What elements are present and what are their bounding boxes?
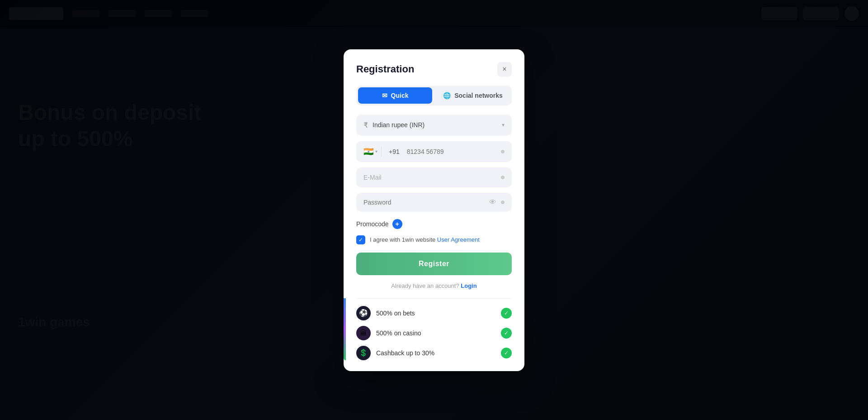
country-selector[interactable]: 🇮🇳 ▾: [363, 147, 382, 157]
email-input[interactable]: [363, 174, 496, 181]
benefits-bar: [344, 298, 346, 360]
agreement-label: I agree with 1win website User Agreement: [370, 236, 480, 243]
password-field: 👁: [356, 193, 512, 212]
modal-title: Registration: [356, 63, 414, 75]
phone-field: 🇮🇳 ▾ +91: [356, 141, 512, 162]
benefit-casino-text: 500% on casino: [376, 329, 495, 337]
phone-code: +91: [385, 148, 403, 155]
bets-icon-wrap: ⚽: [356, 306, 371, 320]
checkmark-icon-casino: ✓: [504, 330, 509, 336]
user-agreement-link[interactable]: User Agreement: [437, 236, 480, 243]
benefit-casino-check: ✓: [501, 328, 512, 339]
agreement-row: ✓ I agree with 1win website User Agreeme…: [356, 235, 512, 244]
cashback-icon: 💲: [359, 348, 368, 357]
social-icon: 🌐: [443, 92, 451, 99]
eye-icon[interactable]: 👁: [489, 198, 496, 206]
benefit-bets: ⚽ 500% on bets ✓: [356, 306, 512, 320]
checkmark-icon-cashback: ✓: [504, 350, 509, 356]
benefits-list: ⚽ 500% on bets ✓ 🏛 500% on casino ✓: [356, 298, 512, 360]
close-button[interactable]: ×: [497, 62, 512, 76]
tab-social[interactable]: 🌐 Social networks: [436, 87, 510, 104]
checkmark-icon-bets: ✓: [504, 310, 509, 316]
tab-social-label: Social networks: [454, 92, 503, 99]
benefits-section: ⚽ 500% on bets ✓ 🏛 500% on casino ✓: [356, 298, 512, 360]
email-field: [356, 167, 512, 187]
tab-quick-label: Quick: [391, 92, 409, 99]
currency-dropdown[interactable]: ₹ Indian rupee (INR) ▾: [356, 115, 512, 136]
register-button[interactable]: Register: [356, 253, 512, 275]
currency-label: Indian rupee (INR): [373, 121, 497, 129]
casino-icon-wrap: 🏛: [356, 326, 371, 340]
benefit-casino: 🏛 500% on casino ✓: [356, 326, 512, 340]
benefit-cashback: 💲 Cashback up to 30% ✓: [356, 346, 512, 360]
password-required-dot: [501, 200, 505, 204]
password-input[interactable]: [363, 199, 485, 206]
login-link[interactable]: Login: [461, 282, 476, 289]
rupee-icon: ₹: [363, 121, 368, 129]
chevron-down-icon: ▾: [502, 122, 505, 128]
agreement-checkbox[interactable]: ✓: [356, 235, 365, 244]
login-row: Already have an account? Login: [356, 282, 512, 289]
benefit-bets-text: 500% on bets: [376, 310, 495, 317]
add-promocode-button[interactable]: +: [392, 219, 402, 229]
cashback-icon-wrap: 💲: [356, 346, 371, 360]
benefit-cashback-text: Cashback up to 30%: [376, 349, 495, 357]
phone-required-dot: [501, 150, 505, 153]
india-flag-icon: 🇮🇳: [363, 147, 373, 157]
flag-chevron-icon: ▾: [375, 149, 377, 154]
tab-quick[interactable]: ✉ Quick: [358, 87, 432, 104]
soccer-ball-icon: ⚽: [359, 309, 368, 317]
benefit-cashback-check: ✓: [501, 348, 512, 358]
modal-backdrop: Registration × ✉ Quick 🌐 Social networks…: [0, 0, 868, 420]
envelope-icon: ✉: [382, 92, 387, 99]
registration-modal: Registration × ✉ Quick 🌐 Social networks…: [344, 49, 524, 371]
modal-header: Registration ×: [356, 62, 512, 76]
login-prompt: Already have an account?: [391, 282, 459, 289]
email-required-dot: [501, 176, 505, 179]
phone-input[interactable]: [407, 148, 497, 155]
benefit-bets-check: ✓: [501, 308, 512, 319]
casino-icon: 🏛: [360, 329, 367, 337]
tab-group: ✉ Quick 🌐 Social networks: [356, 86, 512, 105]
promocode-label: Promocode: [356, 220, 389, 228]
promocode-row: Promocode +: [356, 219, 512, 229]
